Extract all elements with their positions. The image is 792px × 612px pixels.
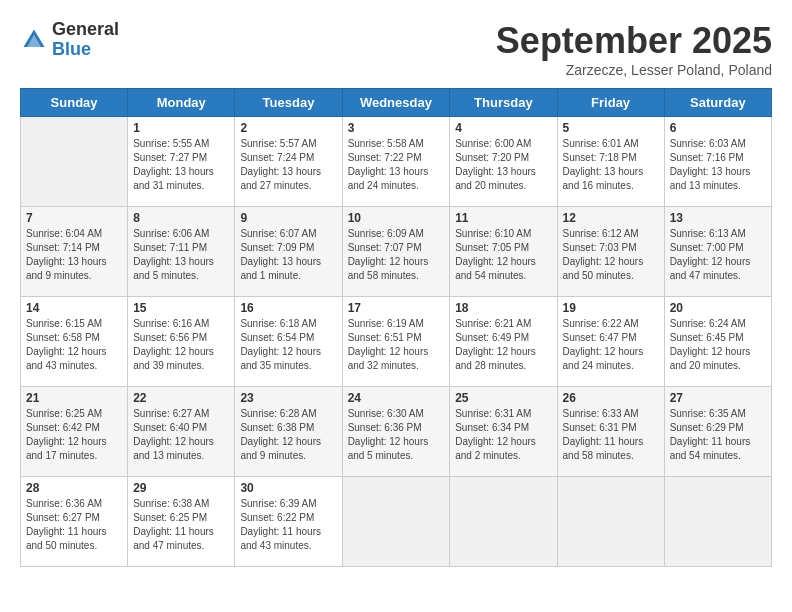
day-info: Sunrise: 6:30 AM Sunset: 6:36 PM Dayligh…: [348, 407, 445, 463]
day-info: Sunrise: 5:57 AM Sunset: 7:24 PM Dayligh…: [240, 137, 336, 193]
day-info: Sunrise: 6:18 AM Sunset: 6:54 PM Dayligh…: [240, 317, 336, 373]
day-info: Sunrise: 6:04 AM Sunset: 7:14 PM Dayligh…: [26, 227, 122, 283]
day-number: 6: [670, 121, 766, 135]
calendar-cell: 25Sunrise: 6:31 AM Sunset: 6:34 PM Dayli…: [450, 387, 557, 477]
day-info: Sunrise: 5:58 AM Sunset: 7:22 PM Dayligh…: [348, 137, 445, 193]
day-info: Sunrise: 6:25 AM Sunset: 6:42 PM Dayligh…: [26, 407, 122, 463]
calendar-cell: 23Sunrise: 6:28 AM Sunset: 6:38 PM Dayli…: [235, 387, 342, 477]
calendar-cell: 11Sunrise: 6:10 AM Sunset: 7:05 PM Dayli…: [450, 207, 557, 297]
day-number: 2: [240, 121, 336, 135]
day-number: 18: [455, 301, 551, 315]
logo-icon: [20, 26, 48, 54]
day-info: Sunrise: 6:09 AM Sunset: 7:07 PM Dayligh…: [348, 227, 445, 283]
day-info: Sunrise: 5:55 AM Sunset: 7:27 PM Dayligh…: [133, 137, 229, 193]
day-number: 5: [563, 121, 659, 135]
day-number: 9: [240, 211, 336, 225]
day-number: 25: [455, 391, 551, 405]
calendar-cell: 16Sunrise: 6:18 AM Sunset: 6:54 PM Dayli…: [235, 297, 342, 387]
col-sunday: Sunday: [21, 89, 128, 117]
day-number: 4: [455, 121, 551, 135]
calendar-cell: 6Sunrise: 6:03 AM Sunset: 7:16 PM Daylig…: [664, 117, 771, 207]
day-info: Sunrise: 6:00 AM Sunset: 7:20 PM Dayligh…: [455, 137, 551, 193]
calendar-cell: 27Sunrise: 6:35 AM Sunset: 6:29 PM Dayli…: [664, 387, 771, 477]
calendar-cell: 12Sunrise: 6:12 AM Sunset: 7:03 PM Dayli…: [557, 207, 664, 297]
col-saturday: Saturday: [664, 89, 771, 117]
calendar-week-row: 1Sunrise: 5:55 AM Sunset: 7:27 PM Daylig…: [21, 117, 772, 207]
calendar-week-row: 28Sunrise: 6:36 AM Sunset: 6:27 PM Dayli…: [21, 477, 772, 567]
day-number: 21: [26, 391, 122, 405]
page-header: General Blue September 2025 Zarzecze, Le…: [20, 20, 772, 78]
header-row: Sunday Monday Tuesday Wednesday Thursday…: [21, 89, 772, 117]
logo-line1: General: [52, 20, 119, 40]
month-title: September 2025: [496, 20, 772, 62]
day-number: 3: [348, 121, 445, 135]
calendar-cell: 15Sunrise: 6:16 AM Sunset: 6:56 PM Dayli…: [128, 297, 235, 387]
day-number: 23: [240, 391, 336, 405]
day-info: Sunrise: 6:38 AM Sunset: 6:25 PM Dayligh…: [133, 497, 229, 553]
day-info: Sunrise: 6:31 AM Sunset: 6:34 PM Dayligh…: [455, 407, 551, 463]
day-info: Sunrise: 6:16 AM Sunset: 6:56 PM Dayligh…: [133, 317, 229, 373]
day-info: Sunrise: 6:27 AM Sunset: 6:40 PM Dayligh…: [133, 407, 229, 463]
calendar-cell: 3Sunrise: 5:58 AM Sunset: 7:22 PM Daylig…: [342, 117, 450, 207]
day-info: Sunrise: 6:22 AM Sunset: 6:47 PM Dayligh…: [563, 317, 659, 373]
calendar-cell: 19Sunrise: 6:22 AM Sunset: 6:47 PM Dayli…: [557, 297, 664, 387]
calendar-cell: 22Sunrise: 6:27 AM Sunset: 6:40 PM Dayli…: [128, 387, 235, 477]
day-info: Sunrise: 6:36 AM Sunset: 6:27 PM Dayligh…: [26, 497, 122, 553]
day-info: Sunrise: 6:39 AM Sunset: 6:22 PM Dayligh…: [240, 497, 336, 553]
calendar-week-row: 7Sunrise: 6:04 AM Sunset: 7:14 PM Daylig…: [21, 207, 772, 297]
col-friday: Friday: [557, 89, 664, 117]
calendar-cell: 28Sunrise: 6:36 AM Sunset: 6:27 PM Dayli…: [21, 477, 128, 567]
day-number: 24: [348, 391, 445, 405]
calendar-cell: 24Sunrise: 6:30 AM Sunset: 6:36 PM Dayli…: [342, 387, 450, 477]
day-info: Sunrise: 6:01 AM Sunset: 7:18 PM Dayligh…: [563, 137, 659, 193]
day-number: 1: [133, 121, 229, 135]
day-number: 26: [563, 391, 659, 405]
calendar-cell: 14Sunrise: 6:15 AM Sunset: 6:58 PM Dayli…: [21, 297, 128, 387]
day-number: 10: [348, 211, 445, 225]
calendar-cell: 4Sunrise: 6:00 AM Sunset: 7:20 PM Daylig…: [450, 117, 557, 207]
calendar-week-row: 14Sunrise: 6:15 AM Sunset: 6:58 PM Dayli…: [21, 297, 772, 387]
day-number: 19: [563, 301, 659, 315]
day-info: Sunrise: 6:35 AM Sunset: 6:29 PM Dayligh…: [670, 407, 766, 463]
calendar-cell: 8Sunrise: 6:06 AM Sunset: 7:11 PM Daylig…: [128, 207, 235, 297]
calendar-cell: 20Sunrise: 6:24 AM Sunset: 6:45 PM Dayli…: [664, 297, 771, 387]
calendar-cell: 9Sunrise: 6:07 AM Sunset: 7:09 PM Daylig…: [235, 207, 342, 297]
day-info: Sunrise: 6:28 AM Sunset: 6:38 PM Dayligh…: [240, 407, 336, 463]
day-number: 29: [133, 481, 229, 495]
logo-line2: Blue: [52, 40, 119, 60]
calendar-cell: 5Sunrise: 6:01 AM Sunset: 7:18 PM Daylig…: [557, 117, 664, 207]
calendar-cell: 30Sunrise: 6:39 AM Sunset: 6:22 PM Dayli…: [235, 477, 342, 567]
calendar-cell: 2Sunrise: 5:57 AM Sunset: 7:24 PM Daylig…: [235, 117, 342, 207]
day-number: 8: [133, 211, 229, 225]
calendar-cell: 1Sunrise: 5:55 AM Sunset: 7:27 PM Daylig…: [128, 117, 235, 207]
calendar-cell: 18Sunrise: 6:21 AM Sunset: 6:49 PM Dayli…: [450, 297, 557, 387]
day-info: Sunrise: 6:15 AM Sunset: 6:58 PM Dayligh…: [26, 317, 122, 373]
day-number: 11: [455, 211, 551, 225]
calendar-cell: [342, 477, 450, 567]
calendar-cell: 26Sunrise: 6:33 AM Sunset: 6:31 PM Dayli…: [557, 387, 664, 477]
day-number: 7: [26, 211, 122, 225]
day-info: Sunrise: 6:21 AM Sunset: 6:49 PM Dayligh…: [455, 317, 551, 373]
calendar-cell: 21Sunrise: 6:25 AM Sunset: 6:42 PM Dayli…: [21, 387, 128, 477]
day-number: 20: [670, 301, 766, 315]
col-tuesday: Tuesday: [235, 89, 342, 117]
day-number: 12: [563, 211, 659, 225]
day-info: Sunrise: 6:10 AM Sunset: 7:05 PM Dayligh…: [455, 227, 551, 283]
day-info: Sunrise: 6:03 AM Sunset: 7:16 PM Dayligh…: [670, 137, 766, 193]
calendar-cell: [450, 477, 557, 567]
day-number: 15: [133, 301, 229, 315]
logo-text: General Blue: [52, 20, 119, 60]
day-info: Sunrise: 6:33 AM Sunset: 6:31 PM Dayligh…: [563, 407, 659, 463]
calendar-cell: 29Sunrise: 6:38 AM Sunset: 6:25 PM Dayli…: [128, 477, 235, 567]
day-number: 13: [670, 211, 766, 225]
calendar-cell: [557, 477, 664, 567]
col-thursday: Thursday: [450, 89, 557, 117]
day-info: Sunrise: 6:24 AM Sunset: 6:45 PM Dayligh…: [670, 317, 766, 373]
calendar-cell: 7Sunrise: 6:04 AM Sunset: 7:14 PM Daylig…: [21, 207, 128, 297]
day-number: 22: [133, 391, 229, 405]
title-block: September 2025 Zarzecze, Lesser Poland, …: [496, 20, 772, 78]
col-monday: Monday: [128, 89, 235, 117]
calendar-cell: 13Sunrise: 6:13 AM Sunset: 7:00 PM Dayli…: [664, 207, 771, 297]
calendar-cell: [21, 117, 128, 207]
day-number: 14: [26, 301, 122, 315]
